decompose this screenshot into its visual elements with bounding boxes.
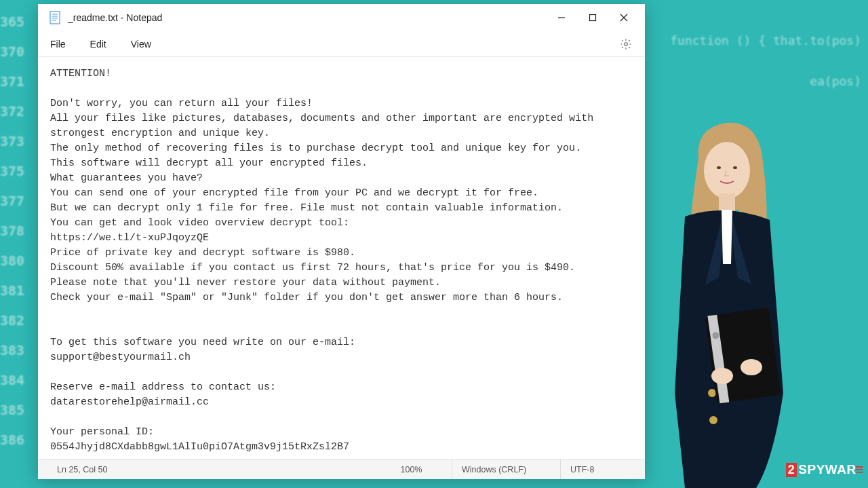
svg-point-10 bbox=[704, 142, 750, 199]
notepad-app-icon bbox=[49, 10, 61, 25]
svg-point-18 bbox=[711, 368, 733, 384]
watermark: 2 SPYWAR ≡ bbox=[786, 461, 864, 478]
status-zoom: 100% bbox=[371, 459, 452, 479]
watermark-text: SPYWAR bbox=[798, 462, 856, 477]
status-position: Ln 25, Col 50 bbox=[47, 459, 371, 479]
window-title: _readme.txt - Notepad bbox=[68, 12, 546, 23]
bg-right-code: function () { that.to(pos) ea(pos) bbox=[631, 20, 861, 102]
status-line-ending: Windows (CRLF) bbox=[452, 459, 561, 479]
text-content[interactable]: ATTENTION! Don't worry, you can return a… bbox=[38, 57, 645, 459]
menu-file[interactable]: File bbox=[50, 39, 66, 50]
person-illustration bbox=[637, 108, 814, 488]
menu-view[interactable]: View bbox=[131, 39, 151, 50]
titlebar[interactable]: _readme.txt - Notepad bbox=[38, 4, 645, 31]
svg-point-21 bbox=[733, 166, 737, 169]
svg-rect-0 bbox=[50, 12, 60, 24]
menubar: File Edit View bbox=[38, 31, 645, 57]
close-button[interactable] bbox=[608, 7, 639, 29]
svg-rect-11 bbox=[719, 193, 735, 211]
svg-point-13 bbox=[709, 416, 717, 424]
svg-point-9 bbox=[625, 42, 628, 45]
menu-edit[interactable]: Edit bbox=[90, 39, 106, 50]
svg-point-19 bbox=[741, 359, 762, 375]
gear-icon[interactable] bbox=[619, 37, 633, 51]
minimize-button[interactable] bbox=[546, 7, 577, 29]
maximize-button[interactable] bbox=[577, 7, 608, 29]
notepad-window: _readme.txt - Notepad File Edit View ATT… bbox=[38, 4, 645, 479]
svg-rect-6 bbox=[590, 15, 596, 21]
svg-point-12 bbox=[708, 389, 716, 397]
statusbar: Ln 25, Col 50 100% Windows (CRLF) UTF-8 bbox=[38, 459, 645, 479]
status-encoding: UTF-8 bbox=[561, 459, 635, 479]
watermark-tail-icon: ≡ bbox=[855, 461, 864, 478]
watermark-prefix: 2 bbox=[786, 463, 797, 477]
svg-point-20 bbox=[717, 166, 721, 169]
window-controls bbox=[546, 7, 639, 29]
